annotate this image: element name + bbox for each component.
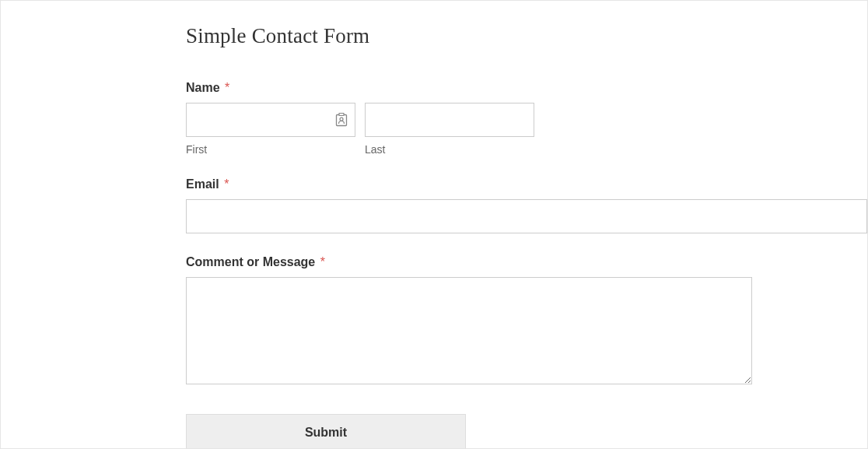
contact-form: Simple Contact Form Name * <box>1 1 867 449</box>
message-field-group: Comment or Message * <box>186 255 867 388</box>
first-name-input[interactable] <box>186 103 355 137</box>
email-label-text: Email <box>186 177 219 191</box>
first-name-sublabel: First <box>186 143 355 156</box>
message-label-text: Comment or Message <box>186 255 315 268</box>
name-row: First Last <box>186 103 867 156</box>
email-required-mark: * <box>224 177 229 191</box>
last-name-column: Last <box>365 103 534 156</box>
message-label: Comment or Message * <box>186 255 867 269</box>
email-label: Email * <box>186 177 867 191</box>
message-required-mark: * <box>320 255 325 268</box>
name-field-group: Name * First <box>186 81 867 156</box>
last-name-sublabel: Last <box>365 143 534 156</box>
form-title: Simple Contact Form <box>186 24 867 48</box>
email-input[interactable] <box>186 199 867 233</box>
first-name-input-wrapper <box>186 103 355 137</box>
email-field-group: Email * <box>186 177 867 233</box>
first-name-column: First <box>186 103 355 156</box>
name-label: Name * <box>186 81 867 95</box>
name-label-text: Name <box>186 81 220 94</box>
name-required-mark: * <box>225 81 229 94</box>
message-textarea[interactable] <box>186 277 752 384</box>
last-name-input[interactable] <box>365 103 534 137</box>
submit-button[interactable]: Submit <box>186 414 466 449</box>
